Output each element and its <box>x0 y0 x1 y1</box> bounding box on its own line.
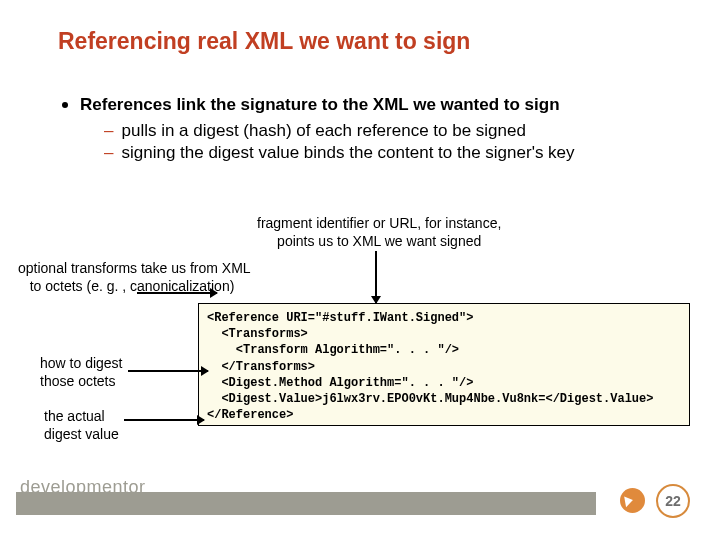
arrow-down-icon <box>375 251 377 303</box>
bullet-main-text: References link the signature to the XML… <box>80 95 560 115</box>
sub-bullets: – pulls in a digest (hash) of each refer… <box>104 121 680 163</box>
dash-icon: – <box>104 121 113 141</box>
transforms-label: optional transforms take us from XML to … <box>18 260 251 295</box>
slide: Referencing real XML we want to sign Ref… <box>0 0 720 540</box>
content-block: References link the signature to the XML… <box>62 95 680 165</box>
footer-bar <box>16 492 596 515</box>
bullet-main: References link the signature to the XML… <box>62 95 680 115</box>
paper-plane-icon <box>620 488 645 513</box>
code-box: <Reference URI="#stuff.IWant.Signed"> <T… <box>198 303 690 426</box>
sub-bullet-2-text: signing the digest value binds the conte… <box>121 143 574 163</box>
arrow-right-icon <box>128 370 208 372</box>
sub-bullet-1-text: pulls in a digest (hash) of each referen… <box>121 121 525 141</box>
dash-icon: – <box>104 143 113 163</box>
fragment-label: fragment identifier or URL, for instance… <box>257 215 501 250</box>
sub-bullet-2: – signing the digest value binds the con… <box>104 143 680 163</box>
arrow-right-icon <box>124 419 204 421</box>
page-number: 22 <box>656 484 690 518</box>
bullet-dot-icon <box>62 102 68 108</box>
slide-title: Referencing real XML we want to sign <box>58 28 470 55</box>
value-label: the actual digest value <box>44 408 119 443</box>
digest-label: how to digest those octets <box>40 355 123 390</box>
sub-bullet-1: – pulls in a digest (hash) of each refer… <box>104 121 680 141</box>
